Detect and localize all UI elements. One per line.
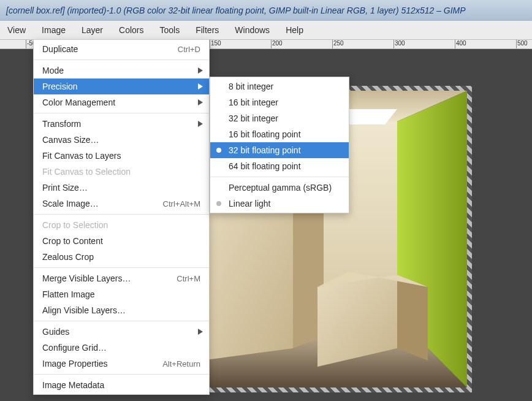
submenu-arrow-icon bbox=[198, 82, 203, 91]
menu-windows[interactable]: Windows bbox=[231, 23, 273, 37]
menu-item-label: Scale Image… bbox=[42, 199, 143, 208]
menu-image-metadata[interactable]: Image Metadata bbox=[34, 377, 209, 393]
menu-merge-visible[interactable]: Merge Visible Layers… Ctrl+M bbox=[34, 270, 209, 286]
menu-accel: Alt+Return bbox=[162, 359, 200, 369]
menu-transform[interactable]: Transform bbox=[34, 116, 209, 132]
menu-crop-selection: Crop to Selection bbox=[34, 217, 209, 233]
menu-item-label: Align Visible Layers… bbox=[42, 305, 200, 315]
menu-view[interactable]: View bbox=[4, 23, 29, 37]
radio-selected-icon bbox=[216, 148, 221, 153]
ruler-tick-label: 200 bbox=[272, 40, 283, 47]
precision-linear[interactable]: Linear light bbox=[210, 196, 349, 212]
menu-colors[interactable]: Colors bbox=[115, 23, 147, 37]
menu-item-label: Fit Canvas to Selection bbox=[42, 167, 200, 177]
menu-item-label: Perceptual gamma (sRGB) bbox=[229, 183, 340, 193]
menu-duplicate[interactable]: Duplicate Ctrl+D bbox=[34, 41, 209, 57]
menu-separator bbox=[34, 113, 209, 113]
menu-layer[interactable]: Layer bbox=[78, 23, 107, 37]
ruler-tick-label: 400 bbox=[456, 40, 466, 47]
menubar: View Image Layer Colors Tools Filters Wi… bbox=[0, 21, 532, 39]
menu-separator bbox=[34, 214, 209, 215]
menu-item-label: Precision bbox=[42, 82, 200, 91]
menu-accel: Ctrl+D bbox=[178, 45, 200, 54]
menu-item-label: Zealous Crop bbox=[42, 252, 200, 262]
menu-canvas-size[interactable]: Canvas Size… bbox=[34, 132, 209, 148]
menu-accel: Ctrl+M bbox=[177, 274, 200, 283]
radio-selected-icon bbox=[216, 201, 221, 206]
menu-item-label: Transform bbox=[42, 119, 200, 129]
precision-submenu: 8 bit integer 16 bit integer 32 bit inte… bbox=[210, 77, 349, 213]
menu-guides[interactable]: Guides bbox=[34, 324, 209, 340]
menu-image[interactable]: Image bbox=[38, 23, 69, 37]
precision-64-float[interactable]: 64 bit floating point bbox=[210, 158, 349, 174]
ruler-tick-label: 500 bbox=[517, 40, 528, 47]
ruler-tick-label: 300 bbox=[395, 40, 405, 47]
menu-item-label: Configure Grid… bbox=[42, 343, 200, 353]
menu-tools[interactable]: Tools bbox=[156, 23, 184, 37]
menu-separator bbox=[34, 59, 209, 60]
menu-mode[interactable]: Mode bbox=[34, 63, 209, 78]
menu-align-visible[interactable]: Align Visible Layers… bbox=[34, 302, 209, 318]
menu-item-label: 16 bit floating point bbox=[229, 129, 340, 139]
menu-flatten[interactable]: Flatten Image bbox=[34, 286, 209, 302]
menu-separator bbox=[34, 374, 209, 375]
menu-fit-canvas-layers[interactable]: Fit Canvas to Layers bbox=[34, 148, 209, 164]
menu-item-label: Fit Canvas to Layers bbox=[42, 151, 200, 161]
image-menu-popup: Duplicate Ctrl+D Mode Precision Color Ma… bbox=[33, 39, 210, 395]
submenu-arrow-icon bbox=[198, 327, 203, 337]
menu-separator bbox=[34, 321, 209, 321]
ruler-tick-label: 150 bbox=[211, 40, 221, 47]
precision-8-int[interactable]: 8 bit integer bbox=[210, 78, 349, 94]
menu-precision[interactable]: Precision bbox=[34, 78, 209, 94]
precision-16-int[interactable]: 16 bit integer bbox=[210, 94, 349, 110]
menu-help[interactable]: Help bbox=[282, 23, 307, 37]
menu-scale-image[interactable]: Scale Image… Ctrl+Alt+M bbox=[34, 196, 209, 212]
svg-marker-10 bbox=[397, 275, 428, 361]
menu-item-label: 8 bit integer bbox=[229, 82, 340, 91]
menu-item-label: Duplicate bbox=[42, 44, 158, 54]
menu-item-label: 64 bit floating point bbox=[229, 161, 340, 171]
menu-accel: Ctrl+Alt+M bbox=[163, 199, 200, 208]
precision-32-int[interactable]: 32 bit integer bbox=[210, 110, 349, 126]
menu-item-label: Color Management bbox=[42, 97, 200, 107]
precision-16-float[interactable]: 16 bit floating point bbox=[210, 126, 349, 142]
menu-item-label: Crop to Selection bbox=[42, 220, 200, 230]
menu-configure-grid[interactable]: Configure Grid… bbox=[34, 340, 209, 356]
precision-perceptual[interactable]: Perceptual gamma (sRGB) bbox=[210, 180, 349, 196]
menu-item-label: Flatten Image bbox=[42, 289, 200, 299]
menu-item-label: Guides bbox=[42, 327, 200, 337]
menu-separator bbox=[210, 177, 349, 177]
menu-color-management[interactable]: Color Management bbox=[34, 94, 209, 110]
window-title: [cornell box.ref] (imported)-1.0 (RGB co… bbox=[6, 6, 466, 15]
menu-separator bbox=[34, 267, 209, 268]
menu-item-label: Image Properties bbox=[42, 359, 143, 369]
menu-item-label: Mode bbox=[42, 66, 200, 75]
menu-item-label: Crop to Content bbox=[42, 236, 200, 246]
submenu-arrow-icon bbox=[198, 119, 203, 129]
menu-item-label: Merge Visible Layers… bbox=[42, 273, 157, 283]
menu-item-label: 32 bit integer bbox=[229, 113, 340, 123]
menu-fit-canvas-selection: Fit Canvas to Selection bbox=[34, 164, 209, 180]
menu-zealous-crop[interactable]: Zealous Crop bbox=[34, 249, 209, 265]
menu-item-label: Image Metadata bbox=[42, 380, 200, 390]
precision-32-float[interactable]: 32 bit floating point bbox=[210, 142, 349, 158]
menu-image-properties[interactable]: Image Properties Alt+Return bbox=[34, 356, 209, 372]
menu-item-label: 16 bit integer bbox=[229, 97, 340, 107]
menu-print-size[interactable]: Print Size… bbox=[34, 180, 209, 196]
menu-item-label: 32 bit floating point bbox=[229, 145, 340, 155]
ruler-tick-label: 250 bbox=[333, 40, 344, 47]
menu-crop-content[interactable]: Crop to Content bbox=[34, 233, 209, 249]
submenu-arrow-icon bbox=[198, 66, 203, 75]
window-titlebar: [cornell box.ref] (imported)-1.0 (RGB co… bbox=[0, 0, 532, 21]
submenu-arrow-icon bbox=[198, 97, 203, 107]
menu-item-label: Linear light bbox=[229, 199, 340, 208]
menu-filters[interactable]: Filters bbox=[192, 23, 222, 37]
menu-item-label: Print Size… bbox=[42, 183, 200, 193]
menu-item-label: Canvas Size… bbox=[42, 135, 200, 145]
